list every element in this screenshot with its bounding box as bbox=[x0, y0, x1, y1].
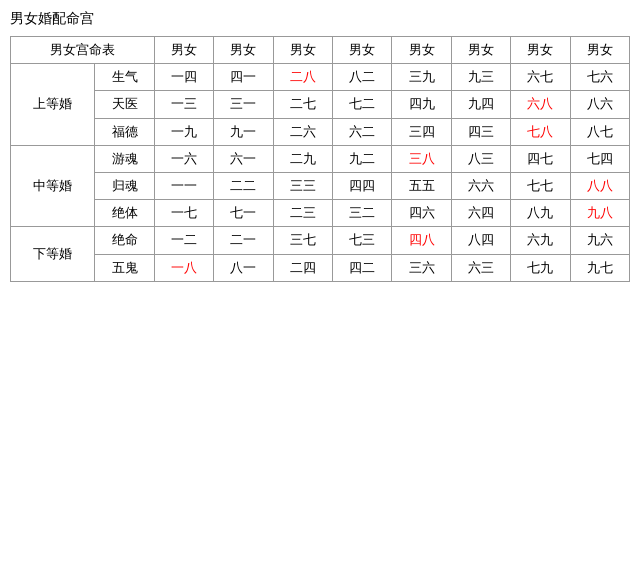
table-row: 天医一三三一二七七二四九九四六八八六 bbox=[11, 91, 630, 118]
table-row: 归魂一一二二三三四四五五六六七七八八 bbox=[11, 172, 630, 199]
data-cell: 七八 bbox=[511, 118, 570, 145]
data-cell: 一八 bbox=[154, 254, 213, 281]
data-cell: 八八 bbox=[570, 172, 629, 199]
data-cell: 七一 bbox=[214, 200, 273, 227]
table-row: 福德一九九一二六六二三四四三七八八七 bbox=[11, 118, 630, 145]
data-cell: 二一 bbox=[214, 227, 273, 254]
data-cell: 一九 bbox=[154, 118, 213, 145]
data-cell: 一一 bbox=[154, 172, 213, 199]
data-cell: 二四 bbox=[273, 254, 332, 281]
data-cell: 八六 bbox=[570, 91, 629, 118]
data-cell: 一四 bbox=[154, 64, 213, 91]
header-col-7: 男女 bbox=[511, 37, 570, 64]
data-cell: 九一 bbox=[214, 118, 273, 145]
data-cell: 七七 bbox=[511, 172, 570, 199]
header-col-1: 男女 bbox=[154, 37, 213, 64]
data-cell: 七二 bbox=[332, 91, 391, 118]
subtype-cell: 天医 bbox=[95, 91, 154, 118]
header-col-3: 男女 bbox=[273, 37, 332, 64]
data-cell: 八三 bbox=[451, 145, 510, 172]
data-cell: 七三 bbox=[332, 227, 391, 254]
data-cell: 六三 bbox=[451, 254, 510, 281]
data-cell: 六二 bbox=[332, 118, 391, 145]
data-cell: 二八 bbox=[273, 64, 332, 91]
data-cell: 四九 bbox=[392, 91, 451, 118]
data-cell: 六一 bbox=[214, 145, 273, 172]
data-cell: 九七 bbox=[570, 254, 629, 281]
data-cell: 一六 bbox=[154, 145, 213, 172]
subtype-cell: 绝命 bbox=[95, 227, 154, 254]
subtype-cell: 绝体 bbox=[95, 200, 154, 227]
data-cell: 四四 bbox=[332, 172, 391, 199]
data-cell: 四七 bbox=[511, 145, 570, 172]
header-col-4: 男女 bbox=[332, 37, 391, 64]
data-cell: 七九 bbox=[511, 254, 570, 281]
data-cell: 三四 bbox=[392, 118, 451, 145]
data-cell: 一七 bbox=[154, 200, 213, 227]
data-cell: 四三 bbox=[451, 118, 510, 145]
data-cell: 五五 bbox=[392, 172, 451, 199]
data-cell: 三七 bbox=[273, 227, 332, 254]
data-cell: 六七 bbox=[511, 64, 570, 91]
table-row: 五鬼一八八一二四四二三六六三七九九七 bbox=[11, 254, 630, 281]
data-cell: 九六 bbox=[570, 227, 629, 254]
header-col-8: 男女 bbox=[570, 37, 629, 64]
table-row: 绝体一七七一二三三二四六六四八九九八 bbox=[11, 200, 630, 227]
data-cell: 二三 bbox=[273, 200, 332, 227]
table-header: 男女宫命表 男女 男女 男女 男女 男女 男女 男女 男女 bbox=[11, 37, 630, 64]
data-cell: 三二 bbox=[332, 200, 391, 227]
data-cell: 八四 bbox=[451, 227, 510, 254]
page-title: 男女婚配命宫 bbox=[10, 10, 630, 28]
data-cell: 八七 bbox=[570, 118, 629, 145]
data-cell: 九八 bbox=[570, 200, 629, 227]
data-cell: 三六 bbox=[392, 254, 451, 281]
data-cell: 四六 bbox=[392, 200, 451, 227]
data-cell: 一三 bbox=[154, 91, 213, 118]
table-row: 中等婚游魂一六六一二九九二三八八三四七七四 bbox=[11, 145, 630, 172]
subtype-cell: 福德 bbox=[95, 118, 154, 145]
data-cell: 三九 bbox=[392, 64, 451, 91]
table-row: 下等婚绝命一二二一三七七三四八八四六九九六 bbox=[11, 227, 630, 254]
data-cell: 四八 bbox=[392, 227, 451, 254]
data-cell: 七四 bbox=[570, 145, 629, 172]
data-cell: 三一 bbox=[214, 91, 273, 118]
data-cell: 二七 bbox=[273, 91, 332, 118]
data-cell: 九四 bbox=[451, 91, 510, 118]
grade-cell: 中等婚 bbox=[11, 145, 95, 227]
data-cell: 八一 bbox=[214, 254, 273, 281]
data-cell: 六四 bbox=[451, 200, 510, 227]
table-row: 上等婚生气一四四一二八八二三九九三六七七六 bbox=[11, 64, 630, 91]
header-col-6: 男女 bbox=[451, 37, 510, 64]
data-cell: 三三 bbox=[273, 172, 332, 199]
data-cell: 二二 bbox=[214, 172, 273, 199]
data-cell: 一二 bbox=[154, 227, 213, 254]
data-cell: 二六 bbox=[273, 118, 332, 145]
subtype-cell: 五鬼 bbox=[95, 254, 154, 281]
data-cell: 六九 bbox=[511, 227, 570, 254]
data-cell: 八九 bbox=[511, 200, 570, 227]
header-col-5: 男女 bbox=[392, 37, 451, 64]
grade-cell: 下等婚 bbox=[11, 227, 95, 281]
data-cell: 七六 bbox=[570, 64, 629, 91]
data-cell: 六八 bbox=[511, 91, 570, 118]
data-cell: 二九 bbox=[273, 145, 332, 172]
subtype-cell: 生气 bbox=[95, 64, 154, 91]
subtype-cell: 游魂 bbox=[95, 145, 154, 172]
data-cell: 六六 bbox=[451, 172, 510, 199]
grade-cell: 上等婚 bbox=[11, 64, 95, 146]
subtype-cell: 归魂 bbox=[95, 172, 154, 199]
header-col-2: 男女 bbox=[214, 37, 273, 64]
data-cell: 九二 bbox=[332, 145, 391, 172]
main-table: 男女宫命表 男女 男女 男女 男女 男女 男女 男女 男女 上等婚生气一四四一二… bbox=[10, 36, 630, 282]
data-cell: 四二 bbox=[332, 254, 391, 281]
header-label: 男女宫命表 bbox=[11, 37, 155, 64]
data-cell: 八二 bbox=[332, 64, 391, 91]
data-cell: 四一 bbox=[214, 64, 273, 91]
data-cell: 三八 bbox=[392, 145, 451, 172]
data-cell: 九三 bbox=[451, 64, 510, 91]
